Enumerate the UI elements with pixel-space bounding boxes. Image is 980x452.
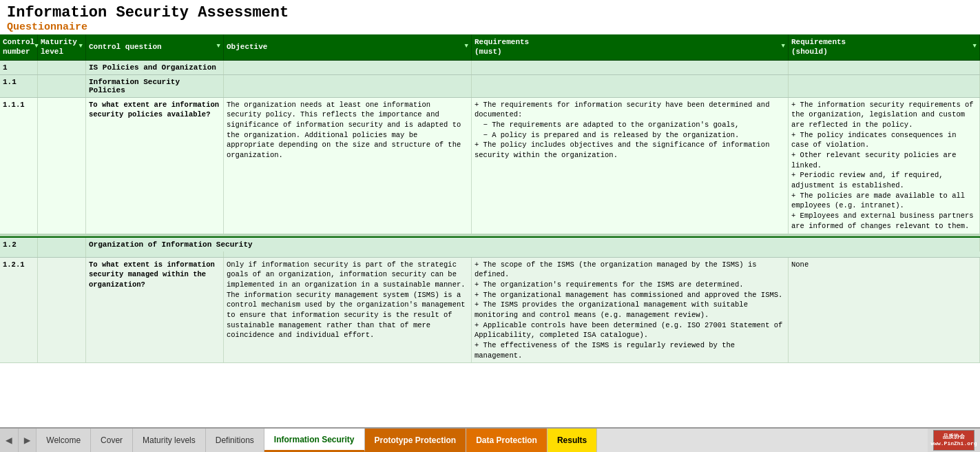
section-1-1-must <box>472 75 789 97</box>
detail-1-1-1-num: 1.1.1 <box>0 98 38 234</box>
section-1-maturity <box>38 61 86 74</box>
tab-prototype[interactable]: Prototype Protection <box>365 429 467 452</box>
col-header-question[interactable]: Control question ▼ <box>86 34 224 60</box>
page-title: Information Security Assessment <box>7 4 973 21</box>
col-headers: Controlnumber ▼ Maturitylevel ▼ Control … <box>0 34 980 61</box>
section-1-num: 1 <box>0 61 38 74</box>
sort-icon-req-must[interactable]: ▼ <box>782 43 785 51</box>
detail-row-1-1-1: 1.1.1 To what extent are information sec… <box>0 98 980 234</box>
tab-infosec[interactable]: Information Security <box>264 429 365 452</box>
col-label-question: Control question <box>89 42 162 52</box>
tab-maturity[interactable]: Maturity levels <box>133 429 206 452</box>
logo: 品质协会www.PinZhi.org <box>933 430 974 451</box>
col-header-maturity[interactable]: Maturitylevel ▼ <box>38 34 86 60</box>
section-1-1-num: 1.1 <box>0 75 38 97</box>
tab-nav-prev[interactable]: ◀ <box>0 429 19 452</box>
logo-area: 品质协会www.PinZhi.org <box>928 429 980 452</box>
section-1-2-obj <box>0 251 38 257</box>
section-1-2-maturity <box>38 238 86 251</box>
tab-cover[interactable]: Cover <box>91 429 133 452</box>
detail-1-2-1-objective: Only if information security is part of … <box>224 258 472 363</box>
section-1-1-obj <box>224 75 472 97</box>
section-1-1-title: Information Security Policies <box>86 75 224 97</box>
sort-icon-maturity[interactable]: ▼ <box>79 43 83 51</box>
col-header-req-should[interactable]: Requirements(should) ▼ <box>789 34 980 60</box>
tab-nav-next[interactable]: ▶ <box>19 429 37 452</box>
detail-1-1-1-question: To what extent are information security … <box>86 98 224 234</box>
section-row-1-1: 1.1 Information Security Policies <box>0 75 980 98</box>
section-1-title: IS Policies and Organization <box>86 61 224 74</box>
sort-icon-question[interactable]: ▼ <box>217 43 220 51</box>
section-1-2-title: Organization of Information Security <box>86 238 980 251</box>
sort-icon-objective[interactable]: ▼ <box>465 43 468 51</box>
tab-data[interactable]: Data Protection <box>466 429 548 452</box>
detail-1-2-1-question: To what extent is information security m… <box>86 258 224 363</box>
table-area: Controlnumber ▼ Maturitylevel ▼ Control … <box>0 34 980 427</box>
detail-1-2-1-num: 1.2.1 <box>0 258 38 363</box>
app: Information Security Assessment Question… <box>0 0 980 452</box>
tab-results[interactable]: Results <box>548 429 597 452</box>
page-subtitle: Questionnaire <box>7 21 973 33</box>
section-1-must <box>472 61 789 74</box>
detail-1-2-1-req-should: None <box>789 258 980 363</box>
section-1-2-must <box>38 251 86 257</box>
bottom-tabs: ◀ ▶ Welcome Cover Maturity levels Defini… <box>0 427 980 452</box>
col-header-objective[interactable]: Objective ▼ <box>224 34 472 60</box>
section-1-1-maturity <box>38 75 86 97</box>
section-1-2-num: 1.2 <box>0 238 38 251</box>
col-header-control[interactable]: Controlnumber ▼ <box>0 34 38 60</box>
section-row-1-2: 1.2 Organization of Information Security <box>0 238 980 258</box>
section-row-1: 1 IS Policies and Organization <box>0 61 980 75</box>
detail-1-1-1-req-should: + The information security requirements … <box>789 98 980 234</box>
col-label-objective: Objective <box>227 42 267 52</box>
table-body: 1 IS Policies and Organization 1.1 Infor… <box>0 61 980 427</box>
col-label-req-must: Requirements(must) <box>475 37 529 57</box>
detail-1-2-1-req-must: + The scope of the ISMS (the organizatio… <box>472 258 789 363</box>
tab-definitions[interactable]: Definitions <box>206 429 264 452</box>
section-1-1-should <box>789 75 980 97</box>
detail-1-2-1-maturity <box>38 258 86 363</box>
detail-1-1-1-req-must: + The requirements for information secur… <box>472 98 789 234</box>
detail-1-1-1-maturity <box>38 98 86 234</box>
header: Information Security Assessment Question… <box>0 0 980 34</box>
sort-icon-req-should[interactable]: ▼ <box>973 43 977 51</box>
section-1-obj <box>224 61 472 74</box>
col-label-control: Controlnumber <box>3 37 34 57</box>
tab-welcome[interactable]: Welcome <box>37 429 91 452</box>
section-1-should <box>789 61 980 74</box>
col-header-req-must[interactable]: Requirements(must) ▼ <box>472 34 789 60</box>
detail-1-1-1-objective: The organization needs at least one info… <box>224 98 472 234</box>
col-label-maturity: Maturitylevel <box>41 37 77 57</box>
col-label-req-should: Requirements(should) <box>791 37 846 57</box>
section-1-2-should <box>86 251 224 257</box>
detail-row-1-2-1: 1.2.1 To what extent is information secu… <box>0 258 980 364</box>
